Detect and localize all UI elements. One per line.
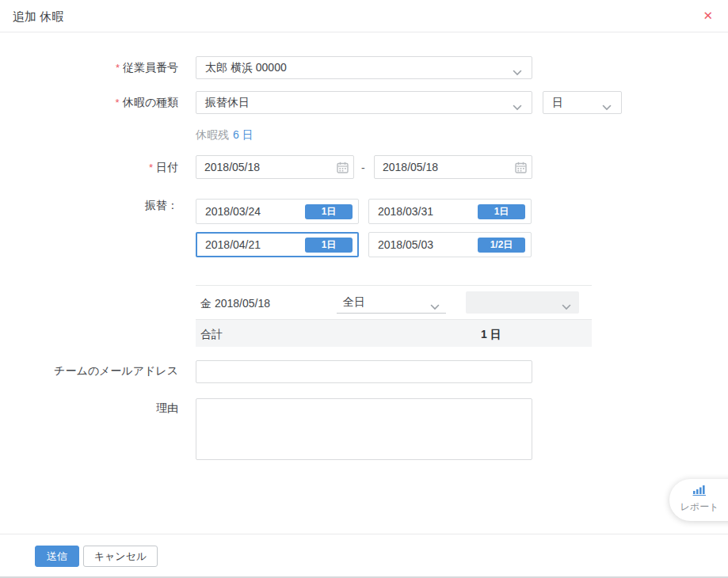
- chevron-down-icon: [562, 300, 571, 313]
- total-label: 合計: [200, 328, 223, 342]
- dialog-header: 追加 休暇 ✕: [0, 0, 728, 32]
- furikae-option-date: 2018/05/03: [378, 238, 433, 251]
- date-from-input[interactable]: [196, 155, 354, 179]
- total-value: 1 日: [481, 328, 501, 342]
- total-row: 合計 1 日: [196, 319, 592, 347]
- chevron-down-icon: [513, 66, 522, 78]
- date-range-separator: -: [361, 162, 365, 174]
- secondary-select-disabled: [466, 291, 579, 314]
- team-email-input[interactable]: [196, 360, 532, 383]
- furikae-label: 振替：: [24, 200, 178, 211]
- date-to-input[interactable]: [374, 155, 532, 179]
- reason-textarea[interactable]: [196, 398, 532, 460]
- leave-type-select[interactable]: 振替休日: [196, 91, 532, 114]
- required-marker: *: [116, 97, 120, 108]
- furikae-day-badge: 1日: [478, 204, 525, 219]
- add-leave-dialog: 追加 休暇 ✕ *従業員番号 太郎 横浜 00000 *休暇の種類 振替休日 日…: [0, 0, 728, 578]
- employee-number-label: *従業員番号: [24, 62, 178, 74]
- dialog-title: 追加 休暇: [13, 10, 63, 25]
- bar-chart-icon: [692, 485, 707, 498]
- calendar-icon[interactable]: [515, 162, 527, 176]
- schedule-row: 金 2018/05/18 全日: [196, 285, 592, 319]
- chevron-down-icon: [602, 101, 612, 113]
- chevron-down-icon: [430, 300, 440, 313]
- furikae-option-date: 2018/04/21: [205, 238, 261, 251]
- leave-type-label: *休暇の種類: [24, 97, 178, 108]
- furikae-option-date: 2018/03/24: [205, 205, 261, 218]
- employee-number-label-text: 従業員番号: [123, 61, 178, 74]
- footer-divider: [0, 534, 728, 534]
- furikae-day-badge: 1/2日: [478, 238, 525, 253]
- unit-select[interactable]: 日: [543, 91, 622, 114]
- report-button-label: レポート: [680, 500, 719, 514]
- session-select[interactable]: 全日: [337, 291, 446, 314]
- required-marker: *: [149, 162, 153, 173]
- date-label: *日付: [24, 162, 178, 173]
- leave-type-label-text: 休暇の種類: [123, 96, 178, 108]
- leave-balance-label: 休暇残: [196, 128, 229, 141]
- calendar-icon[interactable]: [337, 162, 349, 176]
- furikae-option[interactable]: 2018/03/24 1日: [196, 199, 359, 224]
- furikae-day-badge: 1日: [305, 238, 353, 253]
- leave-balance-value: 6 日: [233, 128, 253, 141]
- date-label-text: 日付: [156, 161, 178, 173]
- unit-select-value: 日: [552, 96, 563, 110]
- submit-button[interactable]: 送信: [35, 546, 79, 567]
- furikae-option[interactable]: 2018/03/31 1日: [368, 199, 532, 224]
- reason-label: 理由: [24, 402, 178, 414]
- leave-balance: 休暇残6 日: [196, 128, 253, 143]
- report-button-content: レポート: [669, 485, 728, 514]
- furikae-day-badge: 1日: [305, 204, 353, 219]
- close-icon[interactable]: ✕: [703, 9, 713, 23]
- furikae-option[interactable]: 2018/05/03 1/2日: [368, 232, 532, 257]
- furikae-option-selected[interactable]: 2018/04/21 1日: [196, 232, 359, 257]
- day-schedule-table: 金 2018/05/18 全日 合計 1 日: [196, 285, 592, 347]
- team-email-label: チームのメールアドレス: [24, 365, 178, 377]
- employee-select[interactable]: 太郎 横浜 00000: [196, 56, 532, 79]
- schedule-row-date: 金 2018/05/18: [200, 297, 270, 311]
- cancel-button[interactable]: キャンセル: [83, 546, 158, 567]
- furikae-option-date: 2018/03/31: [378, 205, 433, 218]
- employee-select-value: 太郎 横浜 00000: [205, 61, 287, 75]
- session-select-value: 全日: [343, 295, 365, 310]
- required-marker: *: [116, 62, 120, 74]
- report-button[interactable]: レポート: [669, 479, 728, 521]
- leave-type-select-value: 振替休日: [205, 96, 250, 110]
- chevron-down-icon: [513, 101, 522, 113]
